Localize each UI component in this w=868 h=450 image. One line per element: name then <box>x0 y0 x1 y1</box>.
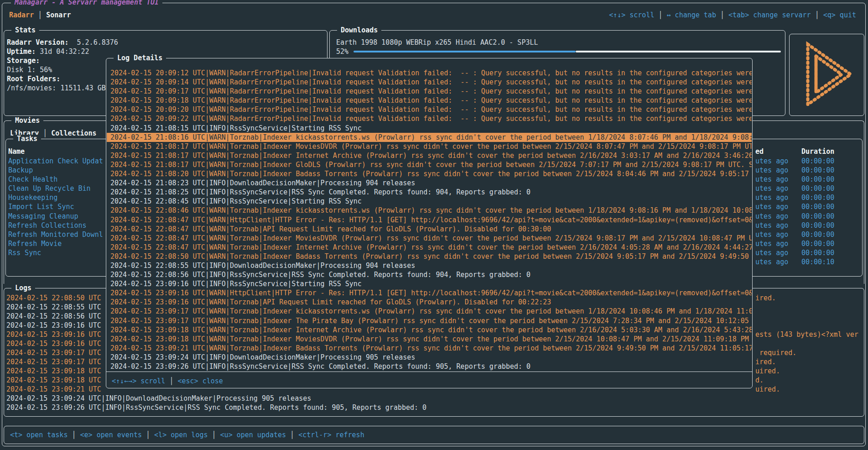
tasks-exec-rows: utes ago00:00:00utes ago00:00:00utes ago… <box>755 157 788 267</box>
stats-rows: Radarr Version: 5.2.6.8376Uptime: 31d 04… <box>7 38 118 93</box>
task-exec-row[interactable]: utes ago00:00:00 <box>755 239 788 248</box>
task-exec-row[interactable]: utes ago00:00:10 <box>755 257 788 267</box>
log-detail-line[interactable]: 2024-02-15 21:08:20 UTC|WARN|Torznab|Ind… <box>107 169 752 178</box>
downloads-panel-title: Downloads <box>337 26 381 34</box>
task-duration: 00:00:00 <box>801 248 834 257</box>
task-exec-row[interactable]: utes ago00:00:00 <box>755 166 788 175</box>
stats-row-value: Disk 1: 56% <box>7 66 52 74</box>
task-item[interactable]: Import List Sync <box>8 202 103 211</box>
task-exec-row[interactable]: utes ago00:00:00 <box>755 248 788 257</box>
tab-collections[interactable]: Collections <box>39 129 96 137</box>
task-exec-row[interactable]: utes ago00:00:00 <box>755 184 788 193</box>
task-duration: 00:00:00 <box>801 166 834 175</box>
stats-panel-title: Stats <box>11 26 39 34</box>
log-detail-line[interactable]: 2024-02-15 23:09:16 UTC|WARN|HttpClient|… <box>107 288 752 298</box>
log-line-left: 2024-02-15 23:09:26 UTC|INFO|RssSyncServ… <box>6 403 426 412</box>
task-exec-row[interactable]: utes ago00:00:00 <box>755 221 788 230</box>
log-detail-line[interactable]: 2024-02-15 23:09:17 UTC|WARN|Torznab|Ind… <box>107 316 752 325</box>
log-line[interactable]: 2024-02-15 23:09:24 UTC|INFO|DownloadDec… <box>6 394 863 403</box>
task-item[interactable]: Application Check Updat <box>8 157 103 166</box>
log-line-left: 2024-02-15 23:09:17 UTC <box>6 349 101 357</box>
managarr-tui: { "app": { "title": "Managarr - A Servar… <box>0 0 868 450</box>
log-line-left: 2024-02-15 22:08:56 UTC <box>6 312 101 320</box>
keybinding-hint: ↔ change tab <box>654 11 716 19</box>
keybinding-hint[interactable]: <l> open logs <box>142 431 208 439</box>
task-item[interactable]: Check Health <box>8 175 103 184</box>
servarr-tabs: Radarr Sonarr <box>9 10 71 20</box>
log-detail-line[interactable]: 2024-02-15 23:09:26 UTC|INFO|RssSyncServ… <box>107 362 752 371</box>
log-detail-line[interactable]: 2024-02-15 21:08:17 UTC|WARN|Torznab|Ind… <box>107 160 752 169</box>
task-item[interactable]: Refresh Collections <box>8 221 103 230</box>
movies-panel-title: Movies <box>11 116 43 125</box>
log-line-tail: required. <box>755 348 796 357</box>
log-detail-line[interactable]: 2024-02-15 20:09:20 UTC|WARN|RadarrError… <box>107 105 752 114</box>
task-item[interactable]: Backup <box>8 166 103 175</box>
log-detail-line[interactable]: 2024-02-15 21:08:23 UTC|INFO|DownloadDec… <box>107 178 752 188</box>
keybinding-hint[interactable]: <u> open updates <box>208 431 286 439</box>
log-detail-line[interactable]: 2024-02-15 22:08:56 UTC|INFO|RssSyncServ… <box>107 270 752 279</box>
log-detail-line[interactable]: 2024-02-15 21:08:15 UTC|INFO|RssSyncServ… <box>107 124 752 133</box>
log-detail-line[interactable]: 2024-02-15 23:09:16 UTC|INFO|RssSyncServ… <box>107 279 752 288</box>
task-last-executed: utes ago <box>755 184 788 193</box>
stats-row: Root Folders: <box>7 74 118 84</box>
task-exec-row[interactable]: utes ago00:00:00 <box>755 157 788 166</box>
task-exec-row[interactable]: utes ago00:00:00 <box>755 175 788 184</box>
log-detail-line[interactable]: 2024-02-15 21:08:25 UTC|INFO|RssSyncServ… <box>107 188 752 197</box>
download-item[interactable]: Earth 1998 1080p WEBRip x265 Hindi AAC2.… <box>336 38 538 47</box>
task-exec-row[interactable]: utes ago00:00:00 <box>755 230 788 239</box>
task-exec-row[interactable]: utes ago00:00:00 <box>755 193 788 202</box>
task-last-executed: utes ago <box>755 175 788 183</box>
task-exec-row[interactable]: utes ago00:00:00 <box>755 212 788 221</box>
log-details-modal: Log Details 2024-02-15 20:09:12 UTC|WARN… <box>106 58 753 388</box>
log-detail-line[interactable]: 2024-02-15 21:08:17 UTC|WARN|Torznab|Ind… <box>107 142 752 151</box>
task-item[interactable]: Refresh Monitored Downl <box>8 230 103 239</box>
task-item[interactable]: Messaging Cleanup <box>8 212 103 221</box>
stats-row: Disk 1: 56% <box>7 65 118 74</box>
task-duration: 00:00:00 <box>801 193 834 202</box>
log-detail-line[interactable]: 2024-02-15 22:08:45 UTC|INFO|RssSyncServ… <box>107 197 752 206</box>
task-duration: 00:00:00 <box>801 230 834 239</box>
task-last-executed: utes ago <box>755 157 788 165</box>
log-detail-line[interactable]: 2024-02-15 22:08:47 UTC|WARN|Torznab|Ind… <box>107 243 752 252</box>
log-detail-line[interactable]: 2024-02-15 21:08:17 UTC|WARN|Torznab|Ind… <box>107 151 752 160</box>
log-detail-line[interactable]: 2024-02-15 23:09:18 UTC|WARN|Torznab|Ind… <box>107 335 752 344</box>
log-line[interactable]: 2024-02-15 23:09:26 UTC|INFO|RssSyncServ… <box>6 403 863 412</box>
log-detail-line[interactable]: 2024-02-15 20:09:12 UTC|WARN|RadarrError… <box>107 68 752 78</box>
log-detail-line[interactable]: 2024-02-15 22:08:47 UTC|WARN|Torznab|Ind… <box>107 234 752 243</box>
log-detail-line[interactable]: 2024-02-15 23:09:24 UTC|INFO|DownloadDec… <box>107 353 752 362</box>
tab-radarr[interactable]: Radarr <box>9 11 34 19</box>
keybinding-hint[interactable]: <e> open events <box>68 431 142 439</box>
logo-panel <box>789 34 864 116</box>
task-item[interactable]: Housekeeping <box>8 193 103 202</box>
log-detail-line[interactable]: 2024-02-15 22:08:47 UTC|WARN|Torznab|API… <box>107 225 752 234</box>
log-line-left: 2024-02-15 22:08:55 UTC <box>6 303 101 311</box>
log-detail-line[interactable]: 2024-02-15 23:09:17 UTC|WARN|Torznab|Ind… <box>107 307 752 316</box>
log-detail-line[interactable]: 2024-02-15 20:09:14 UTC|WARN|RadarrError… <box>107 78 752 87</box>
log-line-tail: uired. <box>755 366 780 376</box>
tasks-panel-title: Tasks <box>13 135 41 143</box>
log-detail-line[interactable]: 2024-02-15 22:08:47 UTC|WARN|HttpClient|… <box>107 215 752 225</box>
log-detail-line[interactable]: 2024-02-15 21:08:16 UTC|WARN|Torznab|Ind… <box>107 133 752 142</box>
log-detail-line[interactable]: 2024-02-15 20:09:17 UTC|WARN|RadarrError… <box>107 87 752 96</box>
task-item[interactable]: Clean Up Recycle Bin <box>8 184 103 193</box>
download-progress-filled <box>353 51 576 52</box>
modal-footer-divider <box>106 372 752 372</box>
modal-keybindings: <↑↓←→> scroll<esc> close <box>112 377 223 386</box>
log-line-left: 2024-02-15 23:09:21 UTC <box>6 385 101 393</box>
task-item[interactable]: Rss Sync <box>8 248 103 257</box>
log-detail-line[interactable]: 2024-02-15 22:08:46 UTC|WARN|Torznab|Ind… <box>107 206 752 215</box>
log-detail-line[interactable]: 2024-02-15 20:09:18 UTC|WARN|RadarrError… <box>107 96 752 105</box>
keybinding-hint[interactable]: <t> open tasks <box>10 431 68 439</box>
log-detail-line[interactable]: 2024-02-15 23:09:16 UTC|WARN|Torznab|API… <box>107 298 752 307</box>
log-detail-line[interactable]: 2024-02-15 23:09:21 UTC|WARN|Torznab|Ind… <box>107 344 752 353</box>
keybinding-hint[interactable]: <ctrl-r> refresh <box>286 431 364 439</box>
log-detail-line[interactable]: 2024-02-15 20:09:22 UTC|WARN|RadarrError… <box>107 114 752 123</box>
log-detail-line[interactable]: 2024-02-15 22:08:55 UTC|INFO|DownloadDec… <box>107 261 752 270</box>
log-line-left: 2024-02-15 22:08:50 UTC <box>6 294 101 302</box>
tab-sonarr[interactable]: Sonarr <box>34 11 71 19</box>
task-exec-row[interactable]: utes ago00:00:00 <box>755 202 788 211</box>
task-item[interactable]: Refresh Movie <box>8 239 103 248</box>
log-detail-line[interactable]: 2024-02-15 22:08:50 UTC|WARN|Torznab|Ind… <box>107 252 752 261</box>
task-last-executed: utes ago <box>755 240 788 248</box>
log-detail-line[interactable]: 2024-02-15 23:09:18 UTC|WARN|Torznab|Ind… <box>107 325 752 335</box>
